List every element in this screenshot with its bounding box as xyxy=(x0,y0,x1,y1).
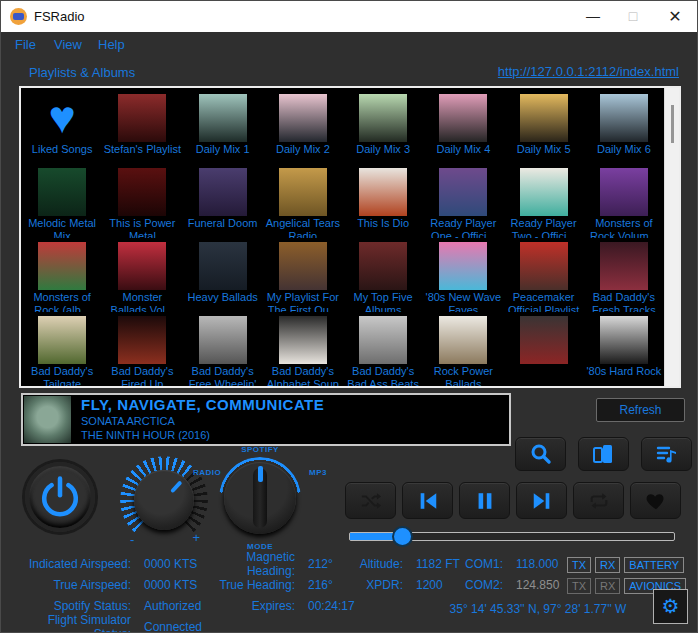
now-playing-track: FLY, NAVIGATE, COMMUNICATE xyxy=(81,396,505,413)
pause-icon xyxy=(474,490,496,512)
library-item[interactable]: Monsters of Rock Volum... xyxy=(584,164,664,238)
com1-tx-badge: TX xyxy=(567,557,591,573)
library-item[interactable]: Monster Ballads Vol... xyxy=(102,238,182,312)
coordinates: 35° 14' 45.33'' N, 97° 28' 1.77'' W xyxy=(429,602,647,616)
album-art xyxy=(359,168,407,216)
library-item-label: This Is Dio xyxy=(343,217,423,230)
library-item[interactable]: Bad Daddy's Fired Up xyxy=(102,312,182,386)
library-item[interactable]: '80s New Wave Faves xyxy=(423,238,503,312)
library-item[interactable]: Bad Daddy's Tailgate xyxy=(22,312,102,386)
library-item[interactable]: Heavy Ballads xyxy=(183,238,263,312)
library-item-label: Bad Daddy's Fired Up xyxy=(102,365,182,386)
album-art xyxy=(359,316,407,364)
spotify-status-value: Authorized xyxy=(144,599,201,613)
library-item[interactable]: Ready Player Two - Offici... xyxy=(504,164,584,238)
refresh-button[interactable]: Refresh xyxy=(596,398,685,422)
mode-indicator xyxy=(258,466,263,482)
album-art xyxy=(600,168,648,216)
album-art xyxy=(199,242,247,290)
altitude-label: Altitude: xyxy=(351,557,403,571)
library-item[interactable]: Daily Mix 3 xyxy=(343,90,423,164)
power-button[interactable] xyxy=(25,462,95,532)
library-item[interactable]: Bad Daddy's Fresh Tracks xyxy=(584,238,664,312)
shuffle-button[interactable] xyxy=(345,482,396,519)
library-item[interactable] xyxy=(504,312,584,386)
library-item-label: Bad Daddy's Tailgate xyxy=(22,365,102,386)
favorite-button[interactable] xyxy=(630,482,681,519)
menubar: File View Help xyxy=(1,32,697,58)
volume-knob-cap[interactable] xyxy=(134,470,194,530)
album-art xyxy=(600,242,648,290)
library-item-label: Monsters of Rock (alb... xyxy=(22,291,102,312)
library-item-label: Heavy Ballads xyxy=(183,291,263,304)
scrollbar[interactable] xyxy=(664,88,679,386)
library-item[interactable]: Daily Mix 5 xyxy=(504,90,584,164)
library-item[interactable]: Daily Mix 6 xyxy=(584,90,664,164)
library-item[interactable]: Angelical Tears Radio xyxy=(263,164,343,238)
album-art xyxy=(520,168,568,216)
close-button[interactable]: ✕ xyxy=(655,1,695,32)
library-item[interactable]: Melodic Metal Mix xyxy=(22,164,102,238)
server-url-link[interactable]: http://127.0.0.1:2112/index.html xyxy=(498,64,679,79)
pause-button[interactable] xyxy=(459,482,510,519)
true-heading-value: 216° xyxy=(308,578,333,592)
menu-file[interactable]: File xyxy=(15,37,36,52)
seek-slider[interactable] xyxy=(349,532,675,541)
library-item[interactable]: '80s Hard Rock xyxy=(584,312,664,386)
library-item[interactable]: Daily Mix 4 xyxy=(423,90,503,164)
queue-button[interactable] xyxy=(641,437,692,471)
album-art xyxy=(38,242,86,290)
library-item[interactable]: My Top Five Albums xyxy=(343,238,423,312)
scrollbar-thumb[interactable] xyxy=(671,105,674,143)
album-art xyxy=(279,94,327,142)
album-art xyxy=(199,316,247,364)
playlist-grid-inner: ♥Liked SongsStefan's PlaylistDaily Mix 1… xyxy=(22,90,664,386)
previous-button[interactable] xyxy=(402,482,453,519)
library-item[interactable]: ♥Liked Songs xyxy=(22,90,102,164)
true-heading-label: True Heading: xyxy=(199,578,295,592)
library-item[interactable]: Daily Mix 1 xyxy=(183,90,263,164)
library-item[interactable]: Bad Daddy's Bad Ass Beats xyxy=(343,312,423,386)
settings-button[interactable]: ⚙ xyxy=(653,589,688,624)
seek-slider-thumb[interactable] xyxy=(392,526,413,547)
menu-help[interactable]: Help xyxy=(98,37,125,52)
now-playing-panel: FLY, NAVIGATE, COMMUNICATE SONATA ARCTIC… xyxy=(21,393,511,446)
minimize-button[interactable]: — xyxy=(573,1,613,32)
menu-view[interactable]: View xyxy=(54,37,82,52)
library-item[interactable]: This Is Dio xyxy=(343,164,423,238)
library-item[interactable]: Bad Daddy's Free Wheelin' xyxy=(183,312,263,386)
mode-knob[interactable] xyxy=(224,462,296,534)
library-item-label: Monster Ballads Vol... xyxy=(102,291,182,312)
library-item[interactable]: Rock Power Ballads xyxy=(423,312,503,386)
now-playing-album: THE NINTH HOUR (2016) xyxy=(81,429,505,441)
altitude-column: Altitude:1182 FT XPDR:1200 xyxy=(351,553,460,595)
library-item[interactable]: Monsters of Rock (alb... xyxy=(22,238,102,312)
mode-spotify-label: SPOTIFY xyxy=(193,445,327,454)
repeat-icon xyxy=(587,490,611,512)
library-item[interactable]: Funeral Doom xyxy=(183,164,263,238)
power-icon xyxy=(39,476,81,518)
library-item[interactable]: Bad Daddy's Alphabet Soup xyxy=(263,312,343,386)
now-playing-artist: SONATA ARCTICA xyxy=(81,415,505,427)
library-item[interactable]: Peacemaker Official Playlist xyxy=(504,238,584,312)
album-art xyxy=(118,316,166,364)
library-item[interactable]: This is Power Metal xyxy=(102,164,182,238)
library-item[interactable]: Ready Player One - Offici... xyxy=(423,164,503,238)
maximize-button[interactable]: □ xyxy=(613,1,653,32)
album-art xyxy=(199,168,247,216)
devices-button[interactable] xyxy=(578,437,629,471)
library-item[interactable]: Stefan's Playlist xyxy=(102,90,182,164)
library-item-label: Angelical Tears Radio xyxy=(263,217,343,238)
library-item-label: '80s New Wave Faves xyxy=(423,291,503,312)
com2-rx-badge: RX xyxy=(595,578,620,594)
heart-icon xyxy=(644,490,668,512)
library-item-label: Rock Power Ballads xyxy=(423,365,503,386)
next-button[interactable] xyxy=(516,482,567,519)
library-item[interactable]: My Playlist For The First Qu... xyxy=(263,238,343,312)
search-button[interactable] xyxy=(515,437,566,471)
app-icon xyxy=(10,8,27,25)
repeat-button[interactable] xyxy=(573,482,624,519)
library-item[interactable]: Daily Mix 2 xyxy=(263,90,343,164)
titlebar: FSRadio — □ ✕ xyxy=(1,1,697,32)
playlist-queue-icon xyxy=(654,442,680,466)
